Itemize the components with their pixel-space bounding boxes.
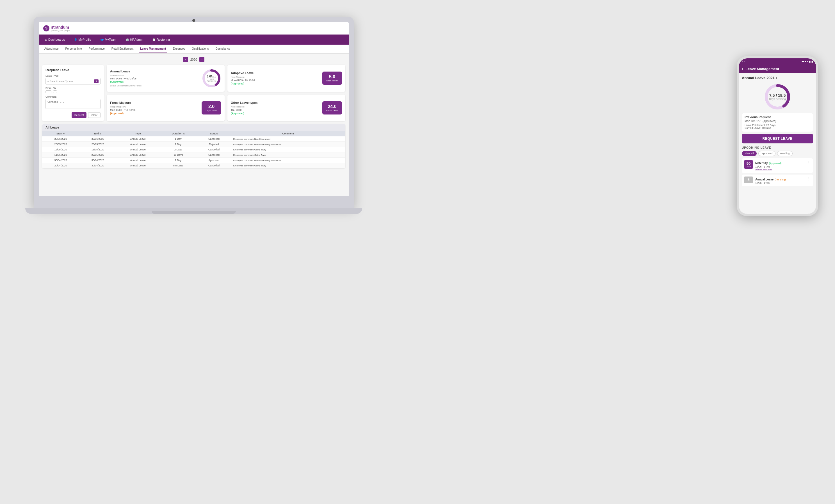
col-end[interactable]: End ⇅ [79,131,116,136]
cell-type: Annual Leave [116,163,160,168]
cards-row: Request Leave Leave Type -- Select Leave… [42,65,345,121]
subnav-qualifications[interactable]: Qualifications [191,45,210,52]
comment-label: Comment [45,96,101,98]
nav-hradmin[interactable]: 🏢 HRAdmin [124,37,145,42]
nav-hradmin-label: HRAdmin [130,38,143,41]
adoptive-leave-title: Adoptive Leave [231,71,322,75]
phone-leave-selector[interactable]: Annual Leave 2021 ▾ [742,76,813,80]
phone-back-btn[interactable]: ‹ [742,66,743,71]
nav-rostering[interactable]: 📋 Rostering [150,37,171,42]
cell-comment: Employee comment: Need time away! [231,136,345,142]
filter-pending[interactable]: Pending [777,151,793,156]
maternity-view-comment[interactable]: View Comment [755,168,805,171]
phone-donut-label: Days Remaing [769,98,786,101]
force-majeure-card: Force Majeure Happening Now Mon 17/08 - … [107,94,225,122]
phone-leave-type-label: Annual Leave 2021 [742,76,775,80]
annual-entitlement: Leave Entitlement: 20.00 Hours [110,84,202,87]
adoptive-stat-box: 5.0 Days Taken [322,71,342,85]
phone-body: 9:41 ●●● ▾ ▮▮▮ ‹ Leave Management Annual… [737,56,818,216]
request-leave-button[interactable]: REQUEST LEAVE [742,134,813,143]
logo-icon: S [43,25,49,31]
request-button[interactable]: Request [72,112,87,118]
annual-options-icon[interactable]: ⋮ [807,176,811,181]
phone-header: ‹ Leave Management [739,65,816,73]
col-start[interactable]: Start ▼ [42,131,79,136]
table-row: 20/04/2020 30/04/2020 Annual Leave 8.5 D… [42,163,345,168]
phone-content: Annual Leave 2021 ▾ 7.5 / 18.5 Days Rema… [739,73,816,213]
force-majeure-date: Mon 17/08 - Tue 18/08 [110,109,202,111]
filter-approved[interactable]: Approved [758,151,775,156]
force-majeure-title: Force Majeure [110,101,202,104]
force-majeure-stat-num: 2.0 [208,104,215,109]
nav-dashboards[interactable]: ⊞ Dashboards [43,37,66,42]
subnav-retail-entitlement[interactable]: Retail Entitlement [110,45,135,52]
phone-signal: ●●● ▾ ▮▮▮ [801,60,813,63]
leave-cards-grid: Annual Leave Next Request Mon 24/08 - We… [107,65,345,121]
maternity-status: (Approved) [769,162,782,165]
phone-donut-value: 7.5 / 18.5 [769,93,786,98]
cell-duration: 8.5 Days [160,163,197,168]
subnav-performance[interactable]: Performance [87,45,106,52]
annual-donut-text: 8.0/20.0 HoursRemaining [207,75,216,82]
to-field-group: To [53,87,57,93]
maternity-options-icon[interactable]: ⋮ [807,160,811,165]
col-type: Type [116,131,160,136]
upcoming-leave-title: UPCOMING LEAVE [742,146,813,149]
cell-end: 30/04/2020 [79,158,116,163]
annual-next-label: Next Request [110,74,202,77]
prev-request-entitlement1: Leave Entitlement: 25 Days [745,124,810,127]
cell-type: Annual Leave [116,158,160,163]
year-next-btn[interactable]: › [199,57,204,62]
annual-leave-card: Annual Leave Next Request Mon 24/08 - We… [107,65,225,92]
nav-rostering-label: Rostering [157,38,170,41]
nav-bar: ⊞ Dashboards 👤 MyProfile 👥 MyTeam 🏢 HRAd… [39,35,349,45]
cell-start: 20/04/2020 [42,163,79,168]
to-input[interactable] [53,90,57,93]
cell-comment: Employee comment: Need time away from wo… [231,158,345,163]
from-input[interactable] [45,90,52,93]
force-majeure-happening-label: Happening Now [110,106,202,108]
annual-badge: 5 [744,176,753,183]
annual-badge-num: 5 [745,177,752,182]
leave-type-select[interactable]: -- Select Leave Type -- ▼ [45,78,101,84]
phone-status-bar: 9:41 ●●● ▾ ▮▮▮ [739,58,816,65]
nav-myprofile[interactable]: 👤 MyProfile [72,37,93,42]
force-majeure-status: (Approved) [110,112,202,115]
other-stat-box: 24.0 Hours Taken [322,101,342,114]
cell-comment: Employee comment: Going away [231,163,345,168]
filter-view-all[interactable]: View All [742,151,757,156]
adoptive-status: (Approved) [231,82,322,85]
annual-item-date: 12/06 - 17/06 [755,182,805,184]
nav-dashboards-label: Dashboards [48,38,65,41]
nav-myprofile-label: MyProfile [78,38,91,41]
clear-button[interactable]: Clear [88,112,101,118]
col-duration[interactable]: Duration ⇅ [160,131,197,136]
cell-duration: 1 Day [160,158,197,163]
maternity-date: 12/06 - 17/06 [755,165,805,168]
subnav-expenses[interactable]: Expenses [171,45,186,52]
comment-input[interactable] [45,99,101,109]
other-next-label: Next Request [231,106,322,108]
cell-end: 30/04/2020 [79,163,116,168]
cell-status: Approved [197,158,231,163]
all-leave-header: All Leave [42,124,345,131]
subnav-personal-info[interactable]: Personal Info [64,45,83,52]
maternity-type: Maternity [755,162,768,165]
laptop-body: S strandum powering your people ⊞ Dashbo… [34,17,354,208]
cell-duration: 1 Day [160,136,197,142]
cell-comment: Employee comment: Going away [231,147,345,152]
person-icon: 👤 [74,38,77,41]
year-prev-btn[interactable]: ‹ [183,57,188,62]
table-row: 11/05/2020 22/05/2020 Annual Leave 10 Da… [42,152,345,158]
subnav-attendance[interactable]: Attendance [43,45,60,52]
cell-end: 30/06/2020 [79,136,116,142]
adoptive-leave-card: Adoptive Leave Next Request Mon 07/09 - … [227,65,345,92]
nav-myteam[interactable]: 👥 MyTeam [99,37,118,42]
cell-type: Annual Leave [116,147,160,152]
subnav-compliance[interactable]: Compliance [214,45,231,52]
cell-end: 13/05/2020 [79,147,116,152]
subnav-leave-management[interactable]: Leave Management [139,45,167,52]
other-leave-card: Other Leave types Next Request Thu 20/08… [227,94,345,122]
annual-next-date: Mon 24/08 - Wed 26/08 [110,77,202,80]
team-icon: 👥 [100,38,104,41]
